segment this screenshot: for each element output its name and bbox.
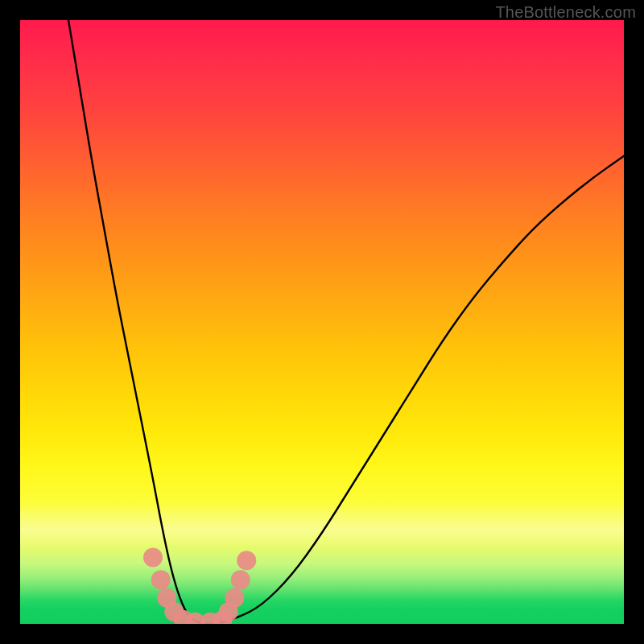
watermark-text: TheBottleneck.com <box>495 3 636 22</box>
bottleneck-curve <box>68 20 624 624</box>
marker-group <box>143 548 256 625</box>
plot-area <box>20 20 624 624</box>
data-marker <box>225 588 244 608</box>
data-marker <box>151 570 171 589</box>
data-marker <box>143 548 163 568</box>
data-marker <box>237 551 256 570</box>
data-marker <box>231 570 250 589</box>
chart-frame: TheBottleneck.com <box>0 0 644 644</box>
chart-svg <box>20 20 624 624</box>
